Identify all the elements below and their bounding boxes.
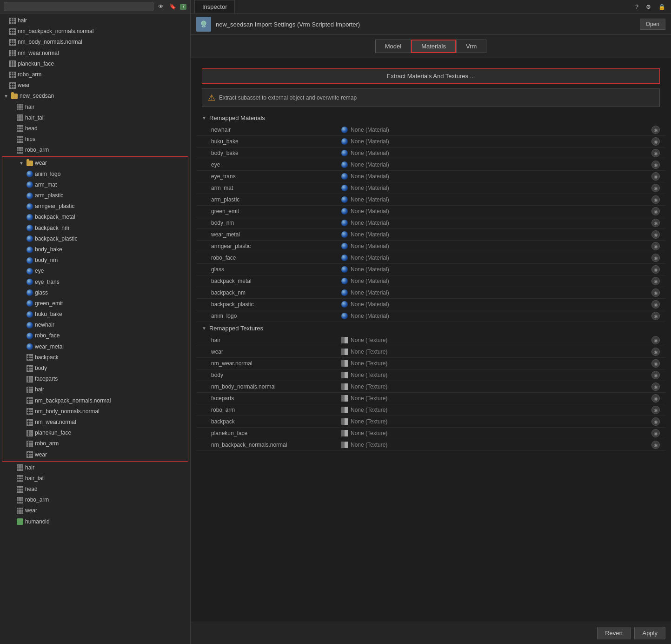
texture-row[interactable]: nm_wear.normal None (Texture) ◉ (196, 358, 665, 369)
list-item[interactable]: head (0, 123, 190, 134)
material-row[interactable]: robo_face None (Material) ◉ (196, 252, 665, 264)
help-icon-btn[interactable]: ? (633, 3, 640, 11)
list-item[interactable]: robo_arm (0, 69, 190, 80)
material-row[interactable]: arm_mat None (Material) ◉ (196, 182, 665, 194)
texture-row[interactable]: backpack None (Texture) ◉ (196, 416, 665, 428)
material-row[interactable]: newhair None (Material) ◉ (196, 124, 665, 136)
tab-model[interactable]: Model (375, 40, 411, 53)
circle-select-btn[interactable]: ◉ (651, 207, 660, 215)
list-item[interactable]: green_emit (2, 298, 188, 309)
texture-row[interactable]: robo_arm None (Texture) ◉ (196, 404, 665, 416)
inspector-content[interactable]: Extract Materials And Textures ... ⚠ Ext… (191, 58, 671, 622)
list-item[interactable]: newhair (2, 320, 188, 330)
circle-select-btn[interactable]: ◉ (651, 172, 660, 181)
list-item[interactable]: hair_tail (0, 473, 190, 484)
circle-select-btn[interactable]: ◉ (651, 312, 660, 320)
list-item[interactable]: robo_face (2, 330, 188, 341)
tab-vrm[interactable]: Vrm (456, 40, 486, 53)
extract-materials-button[interactable]: Extract Materials And Textures ... (202, 68, 660, 84)
material-row[interactable]: anim_logo None (Material) ◉ (196, 310, 665, 322)
list-item[interactable]: glass (2, 288, 188, 298)
material-row[interactable]: glass None (Material) ◉ (196, 264, 665, 275)
revert-button[interactable]: Revert (597, 627, 631, 639)
list-item[interactable]: armgear_plastic (2, 201, 188, 212)
texture-row[interactable]: hair None (Texture) ◉ (196, 335, 665, 346)
material-row[interactable]: huku_bake None (Material) ◉ (196, 136, 665, 148)
list-item[interactable]: body_bake (2, 244, 188, 255)
list-item[interactable]: nm_body_normals.normal (2, 406, 188, 417)
circle-select-btn[interactable]: ◉ (651, 254, 660, 262)
circle-select-btn[interactable]: ◉ (651, 441, 660, 449)
list-item[interactable]: backpack (2, 352, 188, 363)
material-row[interactable]: backpack_nm None (Material) ◉ (196, 287, 665, 299)
circle-select-btn[interactable]: ◉ (651, 336, 660, 344)
list-item[interactable]: nm_wear.normal (0, 48, 190, 59)
circle-select-btn[interactable]: ◉ (651, 265, 660, 274)
list-item[interactable]: hips (0, 134, 190, 145)
list-item[interactable]: backpack_plastic (2, 234, 188, 244)
circle-select-btn[interactable]: ◉ (651, 277, 660, 285)
list-item[interactable]: wear_metal (2, 342, 188, 352)
list-item[interactable]: planekun_face (0, 59, 190, 69)
remapped-materials-header[interactable]: ▼ Remapped Materials (196, 112, 665, 124)
texture-row[interactable]: faceparts None (Texture) ◉ (196, 393, 665, 404)
list-item[interactable]: wear (2, 449, 188, 460)
list-item[interactable]: arm_plastic (2, 190, 188, 201)
list-item[interactable]: backpack_nm (2, 223, 188, 234)
tree-container[interactable]: hair nm_backpack_normals.normal nm_body_… (0, 13, 190, 644)
material-row[interactable]: backpack_plastic None (Material) ◉ (196, 299, 665, 310)
list-item[interactable]: wear (0, 80, 190, 91)
texture-row[interactable]: nm_backpack_normals.normal None (Texture… (196, 439, 665, 451)
open-button[interactable]: Open (640, 19, 665, 30)
list-item[interactable]: anim_logo (2, 169, 188, 180)
circle-select-btn[interactable]: ◉ (651, 242, 660, 250)
list-item[interactable]: head (0, 484, 190, 495)
list-item[interactable]: robo_arm (2, 438, 188, 449)
circle-select-btn[interactable]: ◉ (651, 359, 660, 368)
list-item[interactable]: nm_body_normals.normal (0, 37, 190, 47)
list-item[interactable]: robo_arm (0, 495, 190, 505)
bookmark-icon-btn[interactable]: 🔖 (167, 2, 178, 11)
circle-select-btn[interactable]: ◉ (651, 195, 660, 204)
circle-select-btn[interactable]: ◉ (651, 429, 660, 437)
list-item[interactable]: faceparts (2, 374, 188, 384)
remapped-textures-header[interactable]: ▼ Remapped Textures (196, 322, 665, 335)
circle-select-btn[interactable]: ◉ (651, 149, 660, 157)
material-row[interactable]: eye_trans None (Material) ◉ (196, 171, 665, 182)
list-item[interactable]: robo_arm (0, 145, 190, 155)
list-item[interactable]: arm_mat (2, 180, 188, 190)
material-row[interactable]: arm_plastic None (Material) ◉ (196, 194, 665, 206)
circle-select-btn[interactable]: ◉ (651, 382, 660, 391)
eye-icon-btn[interactable]: 👁 (156, 2, 166, 11)
list-item[interactable]: huku_bake (2, 309, 188, 320)
material-row[interactable]: green_emit None (Material) ◉ (196, 206, 665, 217)
circle-select-btn[interactable]: ◉ (651, 184, 660, 192)
circle-select-btn[interactable]: ◉ (651, 161, 660, 169)
list-item[interactable]: body (2, 363, 188, 374)
new-seedsan-folder[interactable]: ▼ new_seedsan (0, 91, 190, 101)
list-item[interactable]: eye_trans (2, 277, 188, 288)
list-item[interactable]: nm_wear.normal (2, 417, 188, 428)
circle-select-btn[interactable]: ◉ (651, 288, 660, 297)
circle-select-btn[interactable]: ◉ (651, 417, 660, 426)
list-item[interactable]: nm_backpack_normals.normal (2, 396, 188, 406)
material-row[interactable]: body_bake None (Material) ◉ (196, 148, 665, 159)
list-item[interactable]: nm_backpack_normals.normal (0, 26, 190, 37)
circle-select-btn[interactable]: ◉ (651, 348, 660, 356)
wear-folder[interactable]: ▼ wear (2, 158, 188, 168)
circle-select-btn[interactable]: ◉ (651, 406, 660, 414)
list-item[interactable]: eye (2, 266, 188, 276)
tab-inspector[interactable]: Inspector (194, 0, 235, 13)
list-item[interactable]: hair_tail (0, 113, 190, 123)
circle-select-btn[interactable]: ◉ (651, 137, 660, 146)
circle-select-btn[interactable]: ◉ (651, 219, 660, 227)
circle-select-btn[interactable]: ◉ (651, 394, 660, 402)
list-item[interactable]: planekun_face (2, 428, 188, 438)
list-item[interactable]: backpack_metal (2, 212, 188, 222)
texture-row[interactable]: body None (Texture) ◉ (196, 369, 665, 381)
lock-icon-btn[interactable]: 🔒 (657, 3, 667, 11)
list-item[interactable]: hair (0, 463, 190, 473)
list-item[interactable]: hair (0, 15, 190, 26)
tab-materials[interactable]: Materials (411, 40, 456, 53)
material-row[interactable]: armgear_plastic None (Material) ◉ (196, 241, 665, 252)
